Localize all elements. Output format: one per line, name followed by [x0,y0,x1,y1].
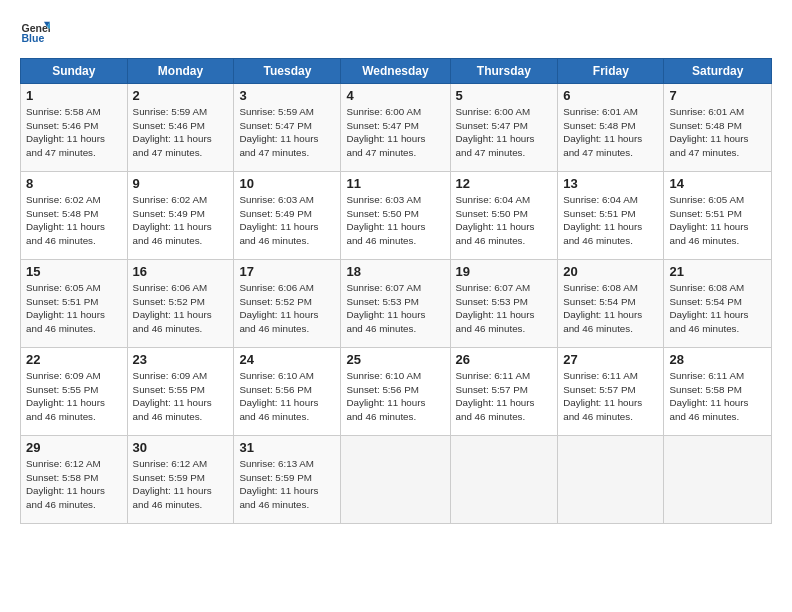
day-number: 16 [133,264,229,279]
calendar-cell: 1Sunrise: 5:58 AMSunset: 5:46 PMDaylight… [21,84,128,172]
calendar-header-wednesday: Wednesday [341,59,450,84]
day-number: 22 [26,352,122,367]
day-info: Sunrise: 6:07 AMSunset: 5:53 PMDaylight:… [456,281,553,336]
calendar-cell: 14Sunrise: 6:05 AMSunset: 5:51 PMDayligh… [664,172,772,260]
calendar-cell: 22Sunrise: 6:09 AMSunset: 5:55 PMDayligh… [21,348,128,436]
day-info: Sunrise: 6:12 AMSunset: 5:59 PMDaylight:… [133,457,229,512]
calendar-cell: 9Sunrise: 6:02 AMSunset: 5:49 PMDaylight… [127,172,234,260]
calendar-week-3: 15Sunrise: 6:05 AMSunset: 5:51 PMDayligh… [21,260,772,348]
day-number: 3 [239,88,335,103]
day-info: Sunrise: 6:09 AMSunset: 5:55 PMDaylight:… [26,369,122,424]
day-number: 7 [669,88,766,103]
day-info: Sunrise: 6:04 AMSunset: 5:50 PMDaylight:… [456,193,553,248]
calendar-cell: 18Sunrise: 6:07 AMSunset: 5:53 PMDayligh… [341,260,450,348]
day-number: 30 [133,440,229,455]
day-info: Sunrise: 6:04 AMSunset: 5:51 PMDaylight:… [563,193,658,248]
calendar-cell: 30Sunrise: 6:12 AMSunset: 5:59 PMDayligh… [127,436,234,524]
calendar-cell: 10Sunrise: 6:03 AMSunset: 5:49 PMDayligh… [234,172,341,260]
calendar-cell [558,436,664,524]
day-info: Sunrise: 6:12 AMSunset: 5:58 PMDaylight:… [26,457,122,512]
day-info: Sunrise: 6:11 AMSunset: 5:57 PMDaylight:… [563,369,658,424]
day-number: 23 [133,352,229,367]
svg-text:Blue: Blue [22,32,45,44]
day-info: Sunrise: 5:59 AMSunset: 5:46 PMDaylight:… [133,105,229,160]
day-number: 27 [563,352,658,367]
header: General Blue [20,18,772,48]
day-number: 10 [239,176,335,191]
day-number: 6 [563,88,658,103]
day-number: 1 [26,88,122,103]
day-info: Sunrise: 6:13 AMSunset: 5:59 PMDaylight:… [239,457,335,512]
calendar-header-tuesday: Tuesday [234,59,341,84]
day-number: 17 [239,264,335,279]
day-number: 8 [26,176,122,191]
calendar-cell: 4Sunrise: 6:00 AMSunset: 5:47 PMDaylight… [341,84,450,172]
day-number: 19 [456,264,553,279]
calendar-week-4: 22Sunrise: 6:09 AMSunset: 5:55 PMDayligh… [21,348,772,436]
calendar-cell: 17Sunrise: 6:06 AMSunset: 5:52 PMDayligh… [234,260,341,348]
day-info: Sunrise: 6:00 AMSunset: 5:47 PMDaylight:… [456,105,553,160]
day-info: Sunrise: 6:06 AMSunset: 5:52 PMDaylight:… [133,281,229,336]
day-number: 15 [26,264,122,279]
day-number: 4 [346,88,444,103]
day-number: 9 [133,176,229,191]
day-number: 12 [456,176,553,191]
day-info: Sunrise: 6:11 AMSunset: 5:58 PMDaylight:… [669,369,766,424]
calendar-header-friday: Friday [558,59,664,84]
calendar-cell [664,436,772,524]
calendar-cell: 28Sunrise: 6:11 AMSunset: 5:58 PMDayligh… [664,348,772,436]
calendar-cell: 13Sunrise: 6:04 AMSunset: 5:51 PMDayligh… [558,172,664,260]
day-number: 18 [346,264,444,279]
calendar-week-1: 1Sunrise: 5:58 AMSunset: 5:46 PMDaylight… [21,84,772,172]
calendar-cell [450,436,558,524]
day-number: 29 [26,440,122,455]
calendar-week-2: 8Sunrise: 6:02 AMSunset: 5:48 PMDaylight… [21,172,772,260]
calendar-cell: 20Sunrise: 6:08 AMSunset: 5:54 PMDayligh… [558,260,664,348]
calendar-header-thursday: Thursday [450,59,558,84]
calendar-cell: 6Sunrise: 6:01 AMSunset: 5:48 PMDaylight… [558,84,664,172]
calendar-cell: 21Sunrise: 6:08 AMSunset: 5:54 PMDayligh… [664,260,772,348]
calendar-cell: 27Sunrise: 6:11 AMSunset: 5:57 PMDayligh… [558,348,664,436]
day-info: Sunrise: 6:05 AMSunset: 5:51 PMDaylight:… [669,193,766,248]
day-info: Sunrise: 6:03 AMSunset: 5:49 PMDaylight:… [239,193,335,248]
day-number: 28 [669,352,766,367]
day-number: 11 [346,176,444,191]
calendar-header-monday: Monday [127,59,234,84]
calendar-header-sunday: Sunday [21,59,128,84]
calendar-cell: 12Sunrise: 6:04 AMSunset: 5:50 PMDayligh… [450,172,558,260]
calendar-cell [341,436,450,524]
day-info: Sunrise: 6:00 AMSunset: 5:47 PMDaylight:… [346,105,444,160]
calendar-cell: 24Sunrise: 6:10 AMSunset: 5:56 PMDayligh… [234,348,341,436]
calendar-cell: 19Sunrise: 6:07 AMSunset: 5:53 PMDayligh… [450,260,558,348]
day-number: 14 [669,176,766,191]
day-number: 5 [456,88,553,103]
calendar-cell: 31Sunrise: 6:13 AMSunset: 5:59 PMDayligh… [234,436,341,524]
logo-icon: General Blue [20,18,50,48]
day-info: Sunrise: 5:59 AMSunset: 5:47 PMDaylight:… [239,105,335,160]
calendar-cell: 29Sunrise: 6:12 AMSunset: 5:58 PMDayligh… [21,436,128,524]
day-number: 25 [346,352,444,367]
day-number: 21 [669,264,766,279]
calendar-cell: 11Sunrise: 6:03 AMSunset: 5:50 PMDayligh… [341,172,450,260]
day-info: Sunrise: 6:03 AMSunset: 5:50 PMDaylight:… [346,193,444,248]
calendar-cell: 5Sunrise: 6:00 AMSunset: 5:47 PMDaylight… [450,84,558,172]
day-info: Sunrise: 6:10 AMSunset: 5:56 PMDaylight:… [346,369,444,424]
calendar-header-saturday: Saturday [664,59,772,84]
calendar-cell: 7Sunrise: 6:01 AMSunset: 5:48 PMDaylight… [664,84,772,172]
calendar-cell: 8Sunrise: 6:02 AMSunset: 5:48 PMDaylight… [21,172,128,260]
calendar-header-row: SundayMondayTuesdayWednesdayThursdayFrid… [21,59,772,84]
day-number: 20 [563,264,658,279]
day-info: Sunrise: 6:08 AMSunset: 5:54 PMDaylight:… [563,281,658,336]
day-info: Sunrise: 5:58 AMSunset: 5:46 PMDaylight:… [26,105,122,160]
day-number: 13 [563,176,658,191]
calendar-cell: 25Sunrise: 6:10 AMSunset: 5:56 PMDayligh… [341,348,450,436]
day-number: 24 [239,352,335,367]
day-info: Sunrise: 6:06 AMSunset: 5:52 PMDaylight:… [239,281,335,336]
day-info: Sunrise: 6:07 AMSunset: 5:53 PMDaylight:… [346,281,444,336]
calendar-cell: 2Sunrise: 5:59 AMSunset: 5:46 PMDaylight… [127,84,234,172]
day-info: Sunrise: 6:08 AMSunset: 5:54 PMDaylight:… [669,281,766,336]
day-info: Sunrise: 6:01 AMSunset: 5:48 PMDaylight:… [669,105,766,160]
day-number: 26 [456,352,553,367]
day-info: Sunrise: 6:02 AMSunset: 5:48 PMDaylight:… [26,193,122,248]
calendar-cell: 3Sunrise: 5:59 AMSunset: 5:47 PMDaylight… [234,84,341,172]
